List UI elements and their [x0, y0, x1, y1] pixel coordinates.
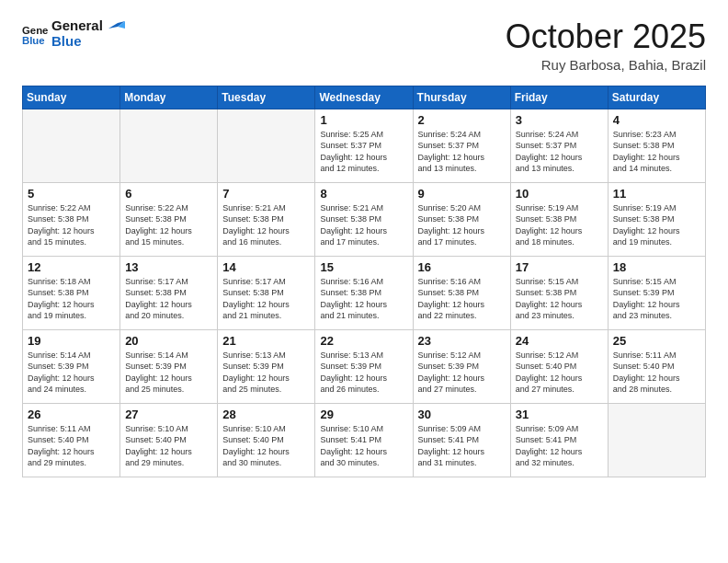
day-info: Sunrise: 5:22 AM Sunset: 5:38 PM Dayligh… [28, 202, 115, 248]
day-number: 24 [516, 334, 603, 348]
calendar-week-row: 1Sunrise: 5:25 AM Sunset: 5:37 PM Daylig… [23, 109, 706, 182]
day-number: 29 [320, 408, 407, 421]
calendar-cell: 11Sunrise: 5:19 AM Sunset: 5:38 PM Dayli… [608, 182, 705, 256]
calendar-title: October 2025 [506, 18, 706, 55]
calendar-cell: 26Sunrise: 5:11 AM Sunset: 5:40 PM Dayli… [23, 403, 120, 477]
day-number: 27 [125, 408, 212, 421]
day-number: 4 [613, 113, 700, 127]
weekday-header-thursday: Thursday [413, 86, 510, 109]
day-number: 30 [418, 408, 506, 421]
day-info: Sunrise: 5:21 AM Sunset: 5:38 PM Dayligh… [320, 202, 407, 248]
day-info: Sunrise: 5:16 AM Sunset: 5:38 PM Dayligh… [418, 276, 506, 322]
day-info: Sunrise: 5:12 AM Sunset: 5:39 PM Dayligh… [418, 350, 506, 396]
day-number: 20 [125, 334, 212, 348]
calendar-cell: 27Sunrise: 5:10 AM Sunset: 5:40 PM Dayli… [120, 403, 218, 477]
day-info: Sunrise: 5:09 AM Sunset: 5:41 PM Dayligh… [418, 423, 506, 469]
day-info: Sunrise: 5:12 AM Sunset: 5:40 PM Dayligh… [516, 350, 603, 396]
day-number: 2 [418, 113, 506, 127]
day-info: Sunrise: 5:14 AM Sunset: 5:39 PM Dayligh… [28, 350, 115, 396]
calendar-cell: 29Sunrise: 5:10 AM Sunset: 5:41 PM Dayli… [315, 403, 413, 477]
day-number: 14 [222, 260, 310, 274]
logo-bird-icon [108, 21, 125, 32]
calendar-cell: 13Sunrise: 5:17 AM Sunset: 5:38 PM Dayli… [120, 256, 218, 329]
calendar-cell: 21Sunrise: 5:13 AM Sunset: 5:39 PM Dayli… [218, 329, 315, 403]
calendar-subtitle: Ruy Barbosa, Bahia, Brazil [506, 57, 706, 73]
day-info: Sunrise: 5:22 AM Sunset: 5:38 PM Dayligh… [125, 202, 212, 248]
day-info: Sunrise: 5:18 AM Sunset: 5:38 PM Dayligh… [28, 276, 115, 322]
day-number: 5 [28, 187, 115, 201]
weekday-header-wednesday: Wednesday [315, 86, 413, 109]
day-number: 12 [28, 260, 115, 274]
calendar-cell: 3Sunrise: 5:24 AM Sunset: 5:37 PM Daylig… [510, 109, 608, 182]
calendar-cell [608, 403, 705, 477]
logo: General Blue General Blue [22, 18, 125, 49]
day-info: Sunrise: 5:10 AM Sunset: 5:40 PM Dayligh… [222, 423, 310, 469]
day-info: Sunrise: 5:19 AM Sunset: 5:38 PM Dayligh… [613, 202, 700, 248]
weekday-header-sunday: Sunday [23, 86, 120, 109]
logo-icon: General Blue [22, 21, 48, 47]
calendar-cell: 9Sunrise: 5:20 AM Sunset: 5:38 PM Daylig… [413, 182, 510, 256]
calendar-cell: 24Sunrise: 5:12 AM Sunset: 5:40 PM Dayli… [510, 329, 608, 403]
day-number: 31 [516, 408, 603, 421]
header: General Blue General Blue October 2025 R… [22, 18, 706, 73]
day-info: Sunrise: 5:10 AM Sunset: 5:40 PM Dayligh… [125, 423, 212, 469]
calendar-cell: 17Sunrise: 5:15 AM Sunset: 5:38 PM Dayli… [510, 256, 608, 329]
calendar-cell: 2Sunrise: 5:24 AM Sunset: 5:37 PM Daylig… [413, 109, 510, 182]
calendar-cell: 30Sunrise: 5:09 AM Sunset: 5:41 PM Dayli… [413, 403, 510, 477]
day-number: 21 [222, 334, 310, 348]
calendar-cell: 18Sunrise: 5:15 AM Sunset: 5:39 PM Dayli… [608, 256, 705, 329]
calendar-cell: 22Sunrise: 5:13 AM Sunset: 5:39 PM Dayli… [315, 329, 413, 403]
day-number: 18 [613, 260, 700, 274]
calendar-cell: 1Sunrise: 5:25 AM Sunset: 5:37 PM Daylig… [315, 109, 413, 182]
day-info: Sunrise: 5:14 AM Sunset: 5:39 PM Dayligh… [125, 350, 212, 396]
weekday-header-tuesday: Tuesday [218, 86, 315, 109]
calendar-cell: 23Sunrise: 5:12 AM Sunset: 5:39 PM Dayli… [413, 329, 510, 403]
day-info: Sunrise: 5:15 AM Sunset: 5:39 PM Dayligh… [613, 276, 700, 322]
calendar-cell: 16Sunrise: 5:16 AM Sunset: 5:38 PM Dayli… [413, 256, 510, 329]
day-number: 1 [320, 113, 407, 127]
calendar-cell: 8Sunrise: 5:21 AM Sunset: 5:38 PM Daylig… [315, 182, 413, 256]
calendar-cell: 31Sunrise: 5:09 AM Sunset: 5:41 PM Dayli… [510, 403, 608, 477]
calendar-cell [120, 109, 218, 182]
calendar-week-row: 12Sunrise: 5:18 AM Sunset: 5:38 PM Dayli… [23, 256, 706, 329]
day-number: 13 [125, 260, 212, 274]
logo-blue: Blue [51, 34, 125, 50]
day-number: 9 [418, 187, 506, 201]
calendar-cell: 15Sunrise: 5:16 AM Sunset: 5:38 PM Dayli… [315, 256, 413, 329]
day-info: Sunrise: 5:23 AM Sunset: 5:38 PM Dayligh… [613, 129, 700, 175]
weekday-header-friday: Friday [510, 86, 608, 109]
day-number: 28 [222, 408, 310, 421]
calendar-cell [218, 109, 315, 182]
day-number: 26 [28, 408, 115, 421]
day-info: Sunrise: 5:11 AM Sunset: 5:40 PM Dayligh… [613, 350, 700, 396]
day-info: Sunrise: 5:16 AM Sunset: 5:38 PM Dayligh… [320, 276, 407, 322]
day-info: Sunrise: 5:17 AM Sunset: 5:38 PM Dayligh… [222, 276, 310, 322]
day-number: 16 [418, 260, 506, 274]
calendar-cell: 12Sunrise: 5:18 AM Sunset: 5:38 PM Dayli… [23, 256, 120, 329]
day-info: Sunrise: 5:21 AM Sunset: 5:38 PM Dayligh… [222, 202, 310, 248]
day-info: Sunrise: 5:10 AM Sunset: 5:41 PM Dayligh… [320, 423, 407, 469]
calendar-cell: 19Sunrise: 5:14 AM Sunset: 5:39 PM Dayli… [23, 329, 120, 403]
logo-text: General Blue [51, 18, 125, 49]
day-number: 3 [516, 113, 603, 127]
calendar-cell: 4Sunrise: 5:23 AM Sunset: 5:38 PM Daylig… [608, 109, 705, 182]
svg-text:Blue: Blue [22, 34, 45, 45]
day-info: Sunrise: 5:11 AM Sunset: 5:40 PM Dayligh… [28, 423, 115, 469]
day-info: Sunrise: 5:13 AM Sunset: 5:39 PM Dayligh… [320, 350, 407, 396]
day-info: Sunrise: 5:17 AM Sunset: 5:38 PM Dayligh… [125, 276, 212, 322]
day-number: 25 [613, 334, 700, 348]
title-block: October 2025 Ruy Barbosa, Bahia, Brazil [506, 18, 706, 73]
calendar-week-row: 26Sunrise: 5:11 AM Sunset: 5:40 PM Dayli… [23, 403, 706, 477]
calendar-cell: 10Sunrise: 5:19 AM Sunset: 5:38 PM Dayli… [510, 182, 608, 256]
day-info: Sunrise: 5:09 AM Sunset: 5:41 PM Dayligh… [516, 423, 603, 469]
day-number: 19 [28, 334, 115, 348]
calendar-cell: 14Sunrise: 5:17 AM Sunset: 5:38 PM Dayli… [218, 256, 315, 329]
day-number: 6 [125, 187, 212, 201]
calendar-week-row: 5Sunrise: 5:22 AM Sunset: 5:38 PM Daylig… [23, 182, 706, 256]
calendar-cell: 7Sunrise: 5:21 AM Sunset: 5:38 PM Daylig… [218, 182, 315, 256]
day-number: 23 [418, 334, 506, 348]
day-number: 22 [320, 334, 407, 348]
calendar-cell: 6Sunrise: 5:22 AM Sunset: 5:38 PM Daylig… [120, 182, 218, 256]
day-info: Sunrise: 5:25 AM Sunset: 5:37 PM Dayligh… [320, 129, 407, 175]
calendar-cell: 25Sunrise: 5:11 AM Sunset: 5:40 PM Dayli… [608, 329, 705, 403]
